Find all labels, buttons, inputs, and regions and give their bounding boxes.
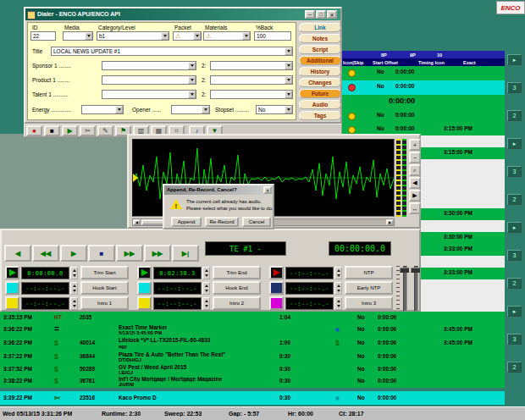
dropdown-arrow-icon[interactable]	[193, 32, 201, 40]
zoom-select-button[interactable]: ⌕	[409, 164, 421, 176]
side-tool-button[interactable]: 3	[507, 82, 522, 93]
ntp-spinner[interactable]	[334, 267, 342, 279]
maximize-button[interactable]: □	[316, 10, 326, 19]
pan-right-button[interactable]: ▶	[409, 190, 421, 202]
side-tool-button[interactable]: 2	[507, 194, 522, 205]
side-tool-button[interactable]: 2	[507, 110, 522, 121]
tab-tags[interactable]: Tags	[299, 111, 341, 120]
append-button[interactable]: Append	[171, 217, 202, 227]
product2-select[interactable]	[210, 75, 293, 85]
trim-start-play-icon[interactable]	[5, 266, 19, 279]
playlist-row[interactable]: 3:38:22 PM $ 36761 Int'l City Mortgage /…	[0, 375, 505, 388]
stop-button[interactable]: ■	[44, 125, 60, 136]
playlist-row[interactable]: 3:36:22 PM = Exact Time Marker 5/13/15 3…	[0, 323, 505, 336]
pan-left-button[interactable]: ◀	[409, 177, 421, 189]
dropdown-arrow-icon[interactable]	[85, 32, 92, 40]
stopset-select[interactable]: No	[256, 105, 293, 114]
dropdown-arrow-icon[interactable]	[202, 106, 209, 113]
intro2-spinner[interactable]	[202, 297, 210, 310]
dropdown-arrow-icon[interactable]	[188, 91, 196, 98]
playlist-row[interactable]: 3:36:22 PM $ 40014 Lifelock *V* LL-TX201…	[0, 336, 505, 351]
cancel-button[interactable]: Cancel	[242, 217, 271, 227]
stop-button[interactable]: ■	[88, 245, 115, 262]
tab-history[interactable]: History	[299, 67, 341, 76]
title-select[interactable]: LOCAL NEWS UPDATE #1	[51, 47, 293, 56]
side-tool-button[interactable]: 2	[507, 362, 522, 373]
exact-time-cell[interactable]: 3:30:00 PM	[421, 208, 505, 220]
play-button[interactable]: ▶	[60, 245, 87, 262]
side-tool-button[interactable]: ▸	[507, 306, 522, 317]
side-tool-button[interactable]: 3	[507, 334, 522, 345]
page-tab-8p[interactable]: 8P	[381, 52, 387, 58]
dropdown-arrow-icon[interactable]	[285, 106, 292, 113]
product1-select[interactable]	[102, 75, 196, 85]
hook-start-swatch[interactable]	[5, 281, 19, 295]
edit-button[interactable]: ✎	[97, 125, 113, 136]
tab-notes[interactable]: Notes	[299, 34, 341, 43]
side-tool-button[interactable]: 3	[507, 166, 522, 177]
intro3-button[interactable]: Intro 3	[345, 296, 393, 310]
media-select[interactable]	[63, 31, 93, 41]
talent2-select[interactable]	[210, 90, 293, 99]
trim-end-button[interactable]: Trim End	[213, 266, 261, 279]
play-button[interactable]: ▶	[62, 125, 78, 136]
intro2-swatch[interactable]	[137, 296, 152, 310]
tab-link[interactable]: Link	[299, 23, 341, 32]
side-tool-button[interactable]: 2	[507, 278, 522, 289]
side-tool-button[interactable]: ▸	[507, 222, 522, 233]
minimize-button[interactable]: ─	[305, 10, 315, 19]
back-field[interactable]: 100	[254, 31, 291, 41]
dialog-close-button[interactable]: ✕	[263, 186, 272, 194]
zoom-out-button[interactable]: −	[409, 152, 421, 163]
tab-future[interactable]: Future	[299, 89, 341, 98]
dropdown-arrow-icon[interactable]	[188, 76, 196, 84]
packet-select[interactable]: ⚠	[173, 31, 202, 41]
fader-handle-left[interactable]	[400, 268, 409, 273]
dropdown-arrow-icon[interactable]	[115, 106, 123, 113]
log-row-upper[interactable]: 0:00:00	[341, 95, 505, 109]
intro2-button[interactable]: Intro 2	[213, 296, 261, 310]
playlist-row[interactable]: 3:37:22 PM $ 36844 Plaza Tire & Auto "Be…	[0, 351, 505, 363]
tab-additional[interactable]: Additional	[299, 56, 341, 65]
early-ntp-button[interactable]: Early NTP	[345, 281, 393, 295]
hook-start-spinner[interactable]	[70, 282, 78, 295]
page-tab-9p[interactable]: 9P	[410, 52, 416, 58]
ntp-play-icon[interactable]	[269, 266, 284, 279]
exact-time-cell[interactable]: 3:30:00 PM	[421, 232, 505, 244]
record-button[interactable]: ●	[26, 125, 42, 136]
fast-forward-button[interactable]: ▶▶	[116, 245, 143, 262]
cut-button[interactable]: ✂	[80, 125, 96, 136]
dropdown-arrow-icon[interactable]	[285, 47, 292, 55]
early-ntp-swatch[interactable]	[269, 281, 284, 295]
hook-end-button[interactable]: Hook End	[213, 281, 261, 295]
step-back-button[interactable]: ◀	[4, 245, 31, 262]
log-row-upper[interactable]: No 0:00:00	[341, 80, 505, 95]
dropdown-arrow-icon[interactable]	[188, 62, 196, 69]
category-select[interactable]: b1	[97, 31, 169, 41]
early-ntp-spinner[interactable]	[334, 282, 342, 295]
log-row-upper[interactable]: No 0:00:00	[341, 109, 505, 124]
dialer-titlebar[interactable]: Dialer - ENCO APU/ENCO API ─ □ ✕	[25, 8, 340, 20]
talent1-select[interactable]	[102, 90, 196, 99]
exact-time-cell[interactable]: 3:15:00 PM	[421, 147, 505, 159]
materials-select[interactable]: ⚠	[203, 31, 251, 41]
hook-end-spinner[interactable]	[202, 282, 210, 295]
side-tool-button[interactable]: 3	[507, 250, 522, 261]
dropdown-arrow-icon[interactable]	[285, 62, 292, 69]
close-button[interactable]: ✕	[327, 10, 337, 19]
scroll-left-arrow[interactable]: ◀	[133, 219, 141, 225]
tab-changes[interactable]: Changes	[299, 78, 341, 87]
ntp-button[interactable]: NTP	[345, 266, 393, 279]
trim-start-button[interactable]: Trim Start	[80, 266, 129, 279]
trim-end-play-icon[interactable]	[137, 266, 152, 279]
intro3-spinner[interactable]	[334, 297, 342, 310]
intro1-swatch[interactable]	[5, 296, 19, 310]
re-record-button[interactable]: Re-Record	[205, 217, 239, 227]
side-tool-button[interactable]: ▸	[507, 54, 522, 65]
fader-track-left[interactable]	[403, 266, 407, 312]
intro1-spinner[interactable]	[70, 297, 78, 310]
dropdown-arrow-icon[interactable]	[285, 76, 292, 84]
playlist-row[interactable]: 3:35:15 PM HT 2035 1:04 No 0:00:00	[0, 312, 505, 323]
intro3-swatch[interactable]	[269, 296, 284, 310]
hook-end-swatch[interactable]	[137, 281, 152, 295]
